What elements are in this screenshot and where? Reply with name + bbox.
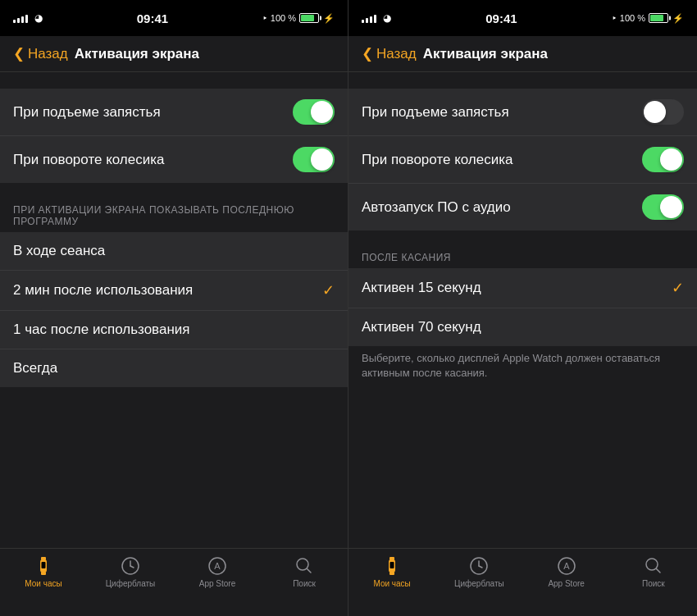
battery-right bbox=[649, 13, 668, 23]
svg-line-17 bbox=[479, 566, 482, 568]
toggle-row-r1: При повороте колесика bbox=[348, 136, 697, 184]
list-row-1[interactable]: 2 мин после использования ✓ bbox=[0, 271, 348, 311]
battery-pct-left: 100 % bbox=[271, 13, 296, 23]
tab-label-search-left: Поиск bbox=[293, 579, 316, 588]
status-left-r: ◕ bbox=[362, 12, 391, 24]
tab-faces-left[interactable]: Циферблаты bbox=[87, 555, 174, 588]
nav-title-left: Активация экрана bbox=[75, 46, 199, 62]
clock-icon-right bbox=[468, 555, 490, 577]
location-icon: ‣ bbox=[262, 13, 267, 24]
bar3 bbox=[21, 16, 24, 23]
wifi-icon: ◕ bbox=[34, 12, 43, 24]
list-label-r1: Активен 70 секунд bbox=[362, 319, 481, 335]
bar4r bbox=[374, 15, 376, 23]
toggle-r2[interactable] bbox=[642, 194, 684, 220]
list-group-left: В ходе сеанса 2 мин после использования … bbox=[0, 232, 348, 387]
toggle-row-1: При повороте колесика bbox=[0, 136, 348, 183]
svg-line-6 bbox=[130, 566, 134, 568]
wifi-icon-r: ◕ bbox=[383, 12, 391, 24]
appstore-icon-left: A bbox=[207, 555, 228, 577]
svg-line-21 bbox=[656, 569, 660, 573]
list-label-3: Всегда bbox=[13, 360, 57, 376]
svg-rect-2 bbox=[41, 557, 46, 560]
svg-text:A: A bbox=[214, 561, 221, 571]
svg-rect-12 bbox=[390, 562, 394, 568]
battery-fill-right bbox=[650, 15, 663, 21]
tab-faces-right[interactable]: Циферблаты bbox=[435, 555, 522, 588]
section-footer-right: Выберите, сколько дисплей Apple Watch до… bbox=[348, 346, 697, 390]
tab-appstore-right[interactable]: A App Store bbox=[523, 555, 610, 588]
list-row-r0[interactable]: Активен 15 секунд ✓ bbox=[348, 268, 697, 308]
gap1 bbox=[0, 72, 348, 89]
back-button-right[interactable]: ❮ Назад bbox=[362, 45, 417, 62]
phone-right: ◕ 09:41 ‣ 100 % ⚡ ❮ Назад Активация экра… bbox=[348, 0, 697, 616]
list-label-0: В ходе сеанса bbox=[13, 243, 105, 259]
svg-point-9 bbox=[297, 559, 308, 570]
toggle-label-r2: Автозапуск ПО с аудио bbox=[362, 199, 511, 216]
bar2 bbox=[17, 18, 20, 23]
battery-container-right: ⚡ bbox=[649, 13, 684, 24]
tab-my-watches-left[interactable]: Мои часы bbox=[0, 555, 87, 588]
toggle-knob-1 bbox=[311, 148, 333, 171]
svg-line-10 bbox=[308, 569, 312, 573]
nav-bar-right: ❮ Назад Активация экрана bbox=[348, 36, 697, 72]
list-row-0[interactable]: В ходе сеанса bbox=[0, 232, 348, 271]
tab-label-faces-right: Циферблаты bbox=[454, 579, 504, 588]
status-right-left: ‣ 100 % ⚡ bbox=[262, 13, 335, 24]
bolt-icon-r: ⚡ bbox=[672, 13, 684, 24]
svg-text:A: A bbox=[563, 561, 570, 571]
tab-label-watches-right: Мои часы bbox=[373, 579, 410, 588]
toggle-label-r1: При повороте колесика bbox=[362, 152, 513, 168]
status-time-left: 09:41 bbox=[137, 11, 168, 25]
battery-pct-right: 100 % bbox=[620, 13, 645, 23]
tab-search-right[interactable]: Поиск bbox=[610, 555, 697, 588]
svg-rect-13 bbox=[390, 557, 394, 560]
toggle-row-0: При подъеме запястья bbox=[0, 89, 348, 136]
search-icon-left bbox=[294, 555, 315, 577]
list-group-right: Активен 15 секунд ✓ Активен 70 секунд bbox=[348, 268, 697, 346]
toggle-knob-r0 bbox=[644, 101, 666, 123]
signal-bars-r bbox=[362, 13, 376, 23]
bolt-icon: ⚡ bbox=[323, 13, 335, 24]
toggle-label-1: При повороте колесика bbox=[13, 152, 165, 168]
bar2r bbox=[366, 18, 368, 23]
tab-appstore-left[interactable]: A App Store bbox=[174, 555, 261, 588]
chevron-left-icon: ❮ bbox=[13, 45, 25, 62]
status-time-right: 09:41 bbox=[485, 11, 517, 25]
toggle-row-r2: Автозапуск ПО с аудио bbox=[348, 184, 697, 230]
toggle-r0[interactable] bbox=[642, 99, 684, 125]
nav-title-right: Активация экрана bbox=[423, 46, 548, 62]
toggle-1[interactable] bbox=[293, 147, 335, 172]
list-label-r0: Активен 15 секунд bbox=[362, 280, 481, 296]
bar1r bbox=[362, 20, 364, 23]
clock-icon-left bbox=[120, 555, 141, 577]
tab-label-watches-left: Мои часы bbox=[25, 579, 61, 588]
battery-left bbox=[299, 13, 319, 23]
list-row-3[interactable]: Всегда bbox=[0, 349, 348, 387]
list-label-1: 2 мин после использования bbox=[13, 282, 193, 299]
list-row-2[interactable]: 1 час после использования bbox=[0, 311, 348, 349]
back-label-right: Назад bbox=[376, 46, 417, 62]
tab-label-faces-left: Циферблаты bbox=[106, 579, 156, 588]
status-left: ◕ bbox=[13, 12, 43, 24]
content-right: При подъеме запястья При повороте колеси… bbox=[348, 72, 697, 548]
status-bar-right: ◕ 09:41 ‣ 100 % ⚡ bbox=[348, 0, 697, 36]
toggle-label-r0: При подъеме запястья bbox=[362, 104, 509, 121]
toggle-row-r0: При подъеме запястья bbox=[348, 89, 697, 136]
search-icon-right bbox=[643, 555, 664, 577]
toggle-r1[interactable] bbox=[642, 147, 684, 172]
list-label-2: 1 час после использования bbox=[13, 322, 189, 338]
toggle-0[interactable] bbox=[293, 99, 335, 125]
tab-my-watches-right[interactable]: Мои часы bbox=[348, 555, 435, 588]
list-row-r1[interactable]: Активен 70 секунд bbox=[348, 308, 697, 346]
tab-search-left[interactable]: Поиск bbox=[261, 555, 348, 588]
back-label-left: Назад bbox=[28, 46, 68, 62]
gap1r bbox=[348, 72, 697, 89]
status-right-r: ‣ 100 % ⚡ bbox=[612, 13, 684, 24]
appstore-icon-right: A bbox=[556, 555, 577, 577]
tab-label-appstore-right: App Store bbox=[548, 579, 584, 588]
back-button-left[interactable]: ❮ Назад bbox=[13, 45, 68, 62]
phone-left: ◕ 09:41 ‣ 100 % ⚡ ❮ Назад Активация экра… bbox=[0, 0, 348, 616]
svg-rect-1 bbox=[42, 562, 46, 568]
bar3r bbox=[370, 16, 372, 23]
